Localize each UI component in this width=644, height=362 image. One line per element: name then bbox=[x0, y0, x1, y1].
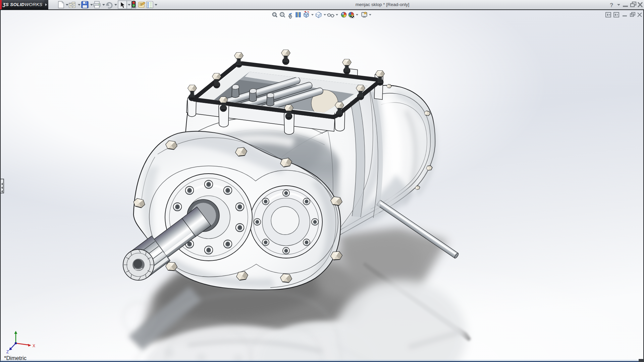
svg-text:X: X bbox=[33, 344, 35, 348]
svg-text:?: ? bbox=[610, 2, 613, 8]
svg-text:Z: Z bbox=[6, 350, 9, 354]
